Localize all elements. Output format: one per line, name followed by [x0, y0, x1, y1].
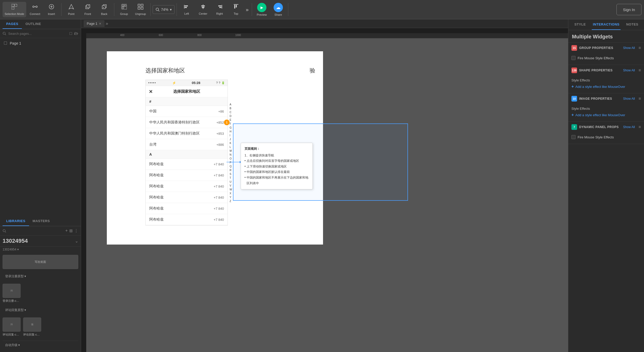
pages-search-input[interactable] [8, 32, 67, 36]
alpha-g[interactable]: G [230, 126, 232, 130]
image-add-effect-button[interactable]: + Add a style effect like MouseOver [571, 112, 641, 118]
alpha-w[interactable]: W [230, 188, 232, 191]
alpha-j[interactable]: J [230, 138, 232, 141]
alpha-z[interactable]: Z [230, 199, 232, 203]
back-button[interactable]: Back [97, 2, 112, 17]
group-menu-icon[interactable]: ≡ [639, 46, 641, 50]
lib-copy-icon[interactable]: ⊞ [69, 228, 73, 233]
shape-menu-icon[interactable]: ≡ [639, 68, 641, 73]
phone-row-tw[interactable]: 台湾 +886 [146, 139, 228, 150]
image-menu-icon[interactable]: ≡ [639, 96, 641, 101]
alpha-y[interactable]: Y [230, 196, 232, 199]
page-1-tab[interactable]: Page 1 ✕ [84, 20, 105, 27]
canvas-background[interactable]: 选择国家和地区 验 ••••• ⚡ 05:28 ? ? 🔋 [86, 38, 568, 352]
lib-thumb-zqmm[interactable]: 写在前面 [3, 255, 78, 269]
group-show-all-button[interactable]: Show All [623, 46, 635, 50]
selection-mode-button[interactable]: Selection Mode [3, 2, 26, 17]
alpha-p[interactable]: P [230, 161, 232, 164]
lib-thumb-comment2[interactable]: 微 [23, 317, 41, 332]
lib-section-comment[interactable]: 评论回复原型 ▾ [3, 307, 78, 313]
alpha-n[interactable]: N [230, 153, 232, 157]
lib-thumb-comment1[interactable]: 抖 [3, 317, 21, 332]
lib-sub-label[interactable]: 13024954 ▾ [0, 247, 81, 252]
lib-thumb-login1[interactable]: 抖 [3, 284, 21, 298]
canvas-scroll-more-icon[interactable]: » [106, 21, 108, 26]
preview-button[interactable]: Preview [254, 2, 269, 17]
align-top-button[interactable]: Top [228, 2, 244, 17]
alpha-q[interactable]: Q [230, 165, 232, 168]
tab-style[interactable]: STYLE [568, 19, 592, 30]
phone-row-hk[interactable]: 中华人民共和国香港特别行政区 +852 [146, 117, 228, 128]
tab-notes[interactable]: NOTES [621, 19, 644, 30]
phone-row-a6[interactable]: 阿布哈兹 +7 840 [146, 214, 228, 225]
alpha-l[interactable]: L [230, 145, 232, 149]
alpha-h[interactable]: H [230, 130, 232, 133]
alpha-v[interactable]: V [230, 184, 232, 188]
alpha-b[interactable]: B [230, 107, 232, 110]
page-1-item[interactable]: ☐ Page 1 [0, 38, 81, 48]
lib-search-input[interactable] [8, 229, 63, 233]
dynamic-menu-icon[interactable]: ≡ [639, 125, 641, 129]
image-add-effect-label: Add a style effect like MouseOver [575, 113, 625, 117]
align-left-button[interactable]: Left [179, 2, 194, 17]
alpha-m[interactable]: M [230, 149, 232, 153]
alpha-a[interactable]: A [230, 103, 232, 106]
phone-row-mo[interactable]: 中华人民共和国澳门特别行政区 +853 [146, 128, 228, 139]
more-tools-button[interactable]: » [245, 6, 250, 14]
phone-row-a4[interactable]: 阿布哈兹 +7 840 [146, 192, 228, 203]
page-tab-close-icon[interactable]: ✕ [99, 22, 101, 26]
tab-interactions[interactable]: INTERACTIONS [592, 19, 621, 30]
alpha-d[interactable]: D [230, 114, 232, 118]
phone-close-icon[interactable]: ✕ [149, 89, 153, 95]
lib-add-icon[interactable]: + [65, 228, 68, 233]
shape-show-all-button[interactable]: Show All [623, 69, 635, 72]
image-show-all-button[interactable]: Show All [623, 97, 635, 100]
lib-expand-icon[interactable]: ⌄ [75, 239, 78, 244]
svg-point-4 [36, 6, 37, 7]
insert-button[interactable]: Insert [44, 2, 59, 17]
phone-row-a1[interactable]: 阿布哈兹 +7 840 [146, 159, 228, 170]
new-page-icon[interactable]: □ [69, 31, 72, 36]
alpha-t[interactable]: T [230, 176, 232, 180]
svg-rect-26 [185, 7, 187, 8]
alpha-x[interactable]: X [230, 192, 232, 195]
dynamic-fire-mouse-checkbox[interactable] [571, 135, 576, 139]
lib-id-row: 13024954 ⌄ [0, 236, 81, 247]
align-center-button[interactable]: Center [195, 2, 211, 17]
alpha-s[interactable]: S [230, 172, 232, 176]
phone-row-a5[interactable]: 阿布哈兹 +7 840 [146, 203, 228, 214]
upgrade-label[interactable]: 自动升级 ▾ [5, 343, 76, 347]
sign-in-button[interactable]: Sign In [616, 4, 641, 15]
alpha-k[interactable]: K [230, 141, 232, 145]
annotation-item-0: 1、右侧提供快速导航 [245, 153, 309, 158]
alpha-u[interactable]: U [230, 180, 232, 184]
group-button[interactable]: Group [116, 2, 132, 17]
lib-more-icon[interactable]: ⋮ [74, 228, 78, 233]
alpha-o[interactable]: O [230, 157, 232, 161]
tab-masters[interactable]: MASTERS [29, 216, 54, 226]
share-button[interactable]: Share [271, 2, 286, 17]
alpha-f[interactable]: F [230, 122, 232, 126]
shape-add-effect-button[interactable]: + Add a style effect like MouseOver [571, 83, 641, 90]
upgrade-section: 自动升级 ▾ [3, 341, 78, 349]
point-button[interactable]: Point [64, 2, 79, 17]
alpha-e[interactable]: E [230, 118, 232, 122]
tab-pages[interactable]: PAGES [3, 19, 22, 29]
phone-row-a3[interactable]: 阿布哈兹 +7 840 [146, 181, 228, 192]
phone-row-a2[interactable]: 阿布哈兹 +7 840 [146, 170, 228, 181]
alpha-r[interactable]: R [230, 169, 232, 172]
zoom-control[interactable]: 74% ▾ [153, 5, 175, 14]
front-button[interactable]: Front [80, 2, 95, 17]
connect-button[interactable]: Connect [27, 2, 43, 17]
group-fire-mouse-checkbox[interactable] [571, 56, 576, 60]
dynamic-show-all-button[interactable]: Show All [623, 125, 635, 129]
align-right-button[interactable]: Right [212, 2, 227, 17]
alpha-i[interactable]: I [230, 134, 232, 137]
tab-libraries[interactable]: LIBRARIES [3, 216, 29, 226]
phone-row-china[interactable]: 中国 +86 [146, 106, 228, 117]
lib-section-login[interactable]: 登录注册原型 ▾ [3, 273, 78, 280]
ungroup-button[interactable]: Ungroup [133, 2, 148, 17]
tab-outline[interactable]: OUTLINE [22, 19, 45, 29]
folder-icon[interactable]: 🗁 [74, 31, 78, 36]
alpha-c[interactable]: C [230, 111, 232, 114]
